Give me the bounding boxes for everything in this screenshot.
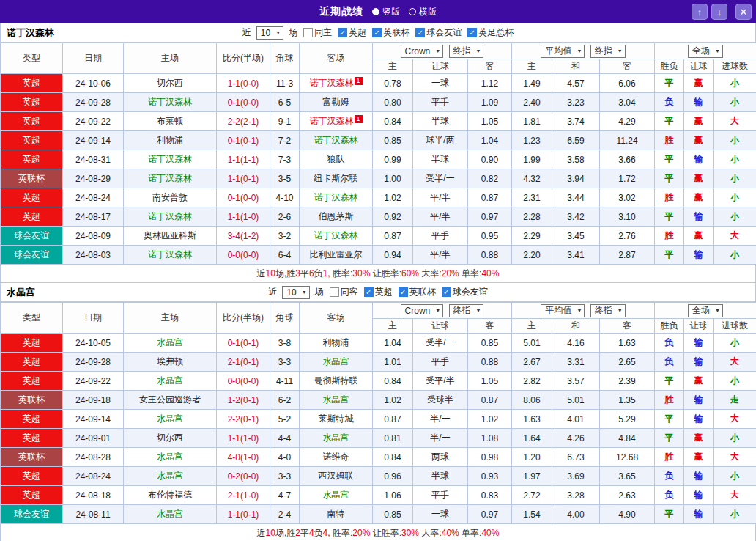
league-checkbox[interactable]: ✓英超 [338,26,366,39]
team-name[interactable]: 诺丁汉森林 [314,192,358,202]
fulltime-select-value: 全场 [692,45,710,57]
team-name[interactable]: 南特 [327,509,345,519]
checkbox-label: 英超 [375,286,393,298]
team-name[interactable]: 诺丁汉森林 [148,173,192,183]
checkbox-checked-icon: ✓ [364,287,374,297]
red-card-badge: 1 [355,115,363,123]
team-name[interactable]: 诺丁汉森林 [314,230,358,240]
team-name[interactable]: 水晶宫 [323,356,349,367]
team-name[interactable]: 埃弗顿 [157,356,183,367]
team-name[interactable]: 水晶宫 [157,337,183,347]
odds-group-scope: 全场▼ [655,303,756,319]
team-name[interactable]: 利物浦 [323,337,349,347]
radio-icon [409,8,416,15]
team-name[interactable]: 诺丁汉森林 [310,78,354,88]
summary-segment: 4 [309,528,314,538]
league-checkbox[interactable]: ✓球会友谊 [442,286,488,298]
team-name[interactable]: 纽卡斯尔联 [314,173,358,183]
final-odds-select-value: 终指 [595,304,612,317]
team-cell: 诺丁汉森林1 [300,112,373,131]
league-checkbox[interactable]: ✓球会友谊 [415,26,462,39]
move-up-button[interactable]: ↑ [692,4,708,20]
team-name[interactable]: 女王公园巡游者 [139,394,201,405]
odds-cell: 1.05 [468,372,512,391]
same-venue-checkbox[interactable]: 同客 [330,286,358,298]
team-name[interactable]: 莱斯特城 [319,413,354,424]
league-checkbox[interactable]: ✓英联杯 [399,286,436,298]
odds-cell: 6.59 [552,131,600,150]
odds-cell: 6.73 [552,448,600,467]
team-name[interactable]: 水晶宫 [157,375,183,386]
team-name[interactable]: 水晶宫 [157,471,183,481]
odds-cell: 半球 [413,467,468,486]
team-name[interactable]: 水晶宫 [323,394,349,405]
subcol-draw-odds: 和 [552,59,600,74]
team-name[interactable]: 诺丁汉森林 [148,154,192,164]
team-name[interactable]: 诺丁汉森林 [148,97,192,107]
team-name[interactable]: 伯恩茅斯 [319,211,354,221]
date-cell: 24-09-14 [63,410,124,429]
corner-cell: 3-8 [270,334,300,353]
odds-cell: 6.06 [600,74,655,93]
team-name[interactable]: 诺维奇 [323,452,349,462]
team-cell: 南安普敦 [124,188,217,207]
same-venue-checkbox[interactable]: 同主 [303,26,332,39]
team-name[interactable]: 富勒姆 [323,97,349,107]
final-odds-select[interactable]: 终指▼ [590,45,626,58]
team-name[interactable]: 奥林匹亚科斯 [144,230,196,240]
odds-cell: 0.87 [468,188,512,207]
bookmaker-select-value: Crown [405,46,431,56]
team-name[interactable]: 切尔西 [157,78,183,88]
view-option-vertical[interactable]: 竖版 [372,6,400,18]
games-label: 场 [315,286,324,298]
date-cell: 24-08-18 [63,486,124,505]
average-select[interactable]: 平均值▼ [541,304,585,317]
team-name[interactable]: 曼彻斯特联 [314,375,358,386]
team-name[interactable]: 水晶宫 [157,509,183,519]
odds-cell: 1.63 [600,334,655,353]
match-count-select[interactable]: 10▼ [282,286,309,299]
team-name[interactable]: 诺丁汉森林 [314,135,358,145]
match-count-select[interactable]: 10▼ [256,26,284,40]
team-name[interactable]: 南安普敦 [152,192,188,202]
bookmaker-select[interactable]: Crown▼ [401,45,444,58]
team-name[interactable]: 利物浦 [157,135,183,145]
result-cell: 小 [714,246,756,265]
fulltime-select[interactable]: 全场▼ [688,304,723,317]
fulltime-select[interactable]: 全场▼ [688,45,723,58]
team-name[interactable]: 切尔西 [157,433,183,443]
team-name[interactable]: 水晶宫 [157,452,183,462]
team-name[interactable]: 诺丁汉森林 [148,249,192,260]
summary-segment: 40% [481,268,499,279]
team-name[interactable]: 西汉姆联 [319,471,354,481]
team-name[interactable]: 布伦特福德 [148,490,192,500]
match-row: 英超24-09-28诺丁汉森林0-1(0-0)6-5富勒姆0.80平手1.092… [1,93,756,112]
bookmaker-select[interactable]: Crown▼ [401,304,444,317]
team-name[interactable]: 水晶宫 [323,433,349,443]
league-cell: 英超 [1,188,63,207]
team-name[interactable]: 水晶宫 [323,490,349,500]
odds-cell: 5.01 [512,334,552,353]
team-name[interactable]: 狼队 [327,154,345,164]
corner-cell: 4-11 [270,372,300,391]
match-row: 英超24-09-28埃弗顿2-1(0-1)3-3水晶宫1.01平手0.882.6… [1,353,756,372]
team-name[interactable]: 比利亚雷亚尔 [310,249,363,260]
league-checkbox[interactable]: ✓英联杯 [372,26,410,39]
view-option-horizontal[interactable]: 横版 [409,6,437,18]
final-odds-select[interactable]: 终指▼ [449,45,484,58]
team-name[interactable]: 诺丁汉森林 [310,116,354,126]
team-name[interactable]: 水晶宫 [157,413,183,424]
team-name[interactable]: 诺丁汉森林 [148,211,192,221]
date-cell: 24-09-18 [63,391,124,410]
league-checkbox[interactable]: ✓英超 [364,286,393,298]
close-button[interactable]: ✕ [735,4,752,20]
league-checkbox[interactable]: ✓英足总杯 [467,26,514,39]
move-down-button[interactable]: ↓ [711,4,727,20]
average-select[interactable]: 平均值▼ [541,45,585,58]
odds-cell: 3.10 [600,207,655,227]
team-name[interactable]: 布莱顿 [157,116,183,126]
final-odds-select[interactable]: 终指▼ [449,304,484,317]
final-odds-select[interactable]: 终指▼ [590,304,626,317]
date-cell: 24-09-28 [63,93,124,112]
team-cell: 诺丁汉森林 [300,227,373,246]
